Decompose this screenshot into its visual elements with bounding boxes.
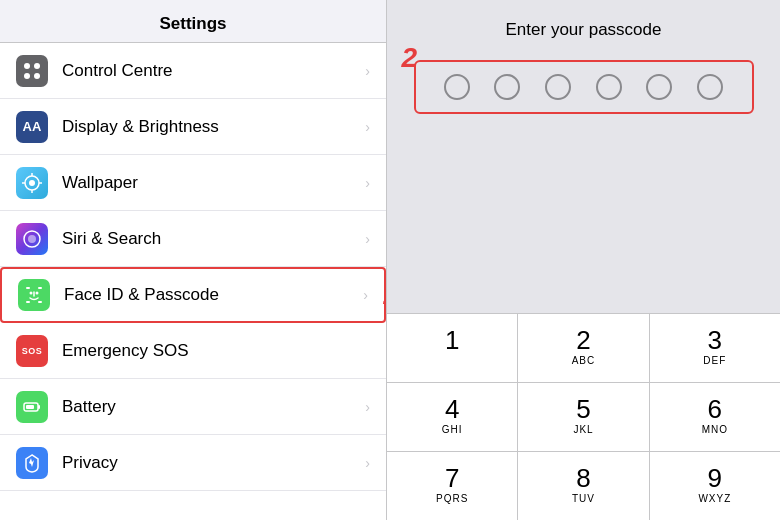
key-letters-5: JKL	[573, 424, 593, 438]
settings-item-display-brightness[interactable]: AADisplay & Brightness›	[0, 99, 386, 155]
svg-point-5	[29, 180, 35, 186]
key-number-9: 9	[708, 465, 722, 491]
svg-rect-12	[26, 287, 30, 289]
key-number-7: 7	[445, 465, 459, 491]
svg-point-1	[34, 63, 40, 69]
key-letters-4: GHI	[442, 424, 463, 438]
siri-search-chevron: ›	[365, 231, 370, 247]
battery-icon	[16, 391, 48, 423]
control-centre-label: Control Centre	[62, 61, 361, 81]
key-number-6: 6	[708, 396, 722, 422]
settings-list: Control Centre›AADisplay & Brightness›Wa…	[0, 43, 386, 520]
settings-panel: Settings Control Centre›AADisplay & Brig…	[0, 0, 387, 520]
key-7[interactable]: 7PQRS	[387, 452, 517, 520]
svg-rect-14	[26, 301, 30, 303]
key-number-2: 2	[576, 327, 590, 353]
settings-item-battery[interactable]: Battery›	[0, 379, 386, 435]
settings-item-siri-search[interactable]: Siri & Search›	[0, 211, 386, 267]
key-8[interactable]: 8TUV	[518, 452, 648, 520]
passcode-dots-container	[414, 60, 754, 114]
passcode-header: Enter your passcode	[387, 0, 780, 50]
battery-label: Battery	[62, 397, 361, 417]
settings-header: Settings	[0, 0, 386, 43]
emergency-sos-icon: SOS	[16, 335, 48, 367]
key-number-4: 4	[445, 396, 459, 422]
key-2[interactable]: 2ABC	[518, 314, 648, 382]
key-letters-6: MNO	[702, 424, 728, 438]
control-centre-chevron: ›	[365, 63, 370, 79]
settings-item-control-centre[interactable]: Control Centre›	[0, 43, 386, 99]
privacy-label: Privacy	[62, 453, 361, 473]
svg-rect-15	[38, 301, 42, 303]
key-number-3: 3	[708, 327, 722, 353]
svg-rect-13	[38, 287, 42, 289]
emergency-sos-label: Emergency SOS	[62, 341, 370, 361]
wallpaper-label: Wallpaper	[62, 173, 361, 193]
key-5[interactable]: 5JKL	[518, 383, 648, 451]
settings-item-wallpaper[interactable]: Wallpaper›	[0, 155, 386, 211]
key-letters-9: WXYZ	[698, 493, 731, 507]
wallpaper-chevron: ›	[365, 175, 370, 191]
privacy-chevron: ›	[365, 455, 370, 471]
face-id-passcode-chevron: ›	[363, 287, 368, 303]
siri-search-label: Siri & Search	[62, 229, 361, 249]
keypad: 12ABC3DEF4GHI5JKL6MNO7PQRS8TUV9WXYZ	[387, 313, 780, 520]
passcode-dots-wrapper: 2	[414, 60, 754, 114]
key-letters-2: ABC	[572, 355, 596, 369]
key-letters-3: DEF	[703, 355, 726, 369]
svg-rect-21	[26, 405, 34, 409]
battery-chevron: ›	[365, 399, 370, 415]
passcode-dot-3	[545, 74, 571, 100]
svg-point-16	[30, 292, 33, 295]
key-number-8: 8	[576, 465, 590, 491]
passcode-dot-2	[494, 74, 520, 100]
passcode-panel: Enter your passcode 2 12ABC3DEF4GHI5JKL6…	[387, 0, 780, 520]
key-1[interactable]: 1	[387, 314, 517, 382]
key-6[interactable]: 6MNO	[650, 383, 780, 451]
display-brightness-icon: AA	[16, 111, 48, 143]
passcode-dot-5	[646, 74, 672, 100]
annotation-2: 2	[402, 42, 418, 74]
control-centre-icon	[16, 55, 48, 87]
settings-item-face-id-passcode[interactable]: Face ID & Passcode›1	[0, 267, 386, 323]
passcode-dot-4	[596, 74, 622, 100]
privacy-icon	[16, 447, 48, 479]
key-3[interactable]: 3DEF	[650, 314, 780, 382]
settings-item-privacy[interactable]: Privacy›	[0, 435, 386, 491]
svg-point-3	[34, 73, 40, 79]
key-9[interactable]: 9WXYZ	[650, 452, 780, 520]
display-brightness-label: Display & Brightness	[62, 117, 361, 137]
svg-point-2	[24, 73, 30, 79]
key-4[interactable]: 4GHI	[387, 383, 517, 451]
key-letters-7: PQRS	[436, 493, 468, 507]
siri-search-icon	[16, 223, 48, 255]
passcode-dot-6	[697, 74, 723, 100]
key-number-5: 5	[576, 396, 590, 422]
svg-point-17	[36, 292, 39, 295]
passcode-title: Enter your passcode	[403, 20, 764, 40]
key-letters-8: TUV	[572, 493, 595, 507]
display-brightness-chevron: ›	[365, 119, 370, 135]
face-id-passcode-label: Face ID & Passcode	[64, 285, 359, 305]
wallpaper-icon	[16, 167, 48, 199]
svg-point-11	[28, 235, 36, 243]
settings-title: Settings	[159, 14, 226, 33]
face-id-passcode-icon	[18, 279, 50, 311]
settings-item-emergency-sos[interactable]: SOSEmergency SOS	[0, 323, 386, 379]
passcode-dot-1	[444, 74, 470, 100]
key-number-1: 1	[445, 327, 459, 353]
svg-rect-20	[38, 405, 40, 409]
svg-point-0	[24, 63, 30, 69]
annotation-1: 1	[382, 279, 386, 311]
